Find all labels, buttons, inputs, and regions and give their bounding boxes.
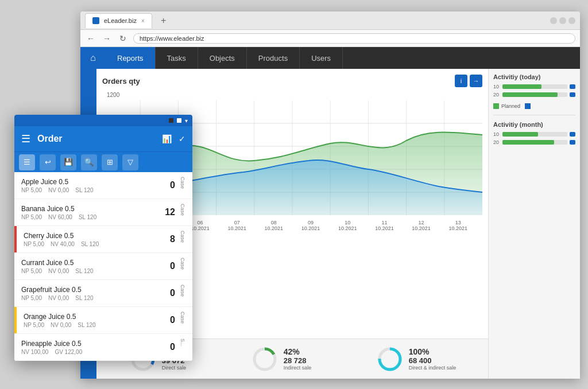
bar-fill-green-m0 xyxy=(502,132,538,137)
x-label-6: 1010.2021 xyxy=(338,220,357,231)
grid-btn[interactable]: ⊞ xyxy=(102,154,118,170)
chart-arrow-btn[interactable]: → xyxy=(470,75,482,87)
x-label-5: 0910.2021 xyxy=(301,220,320,231)
item-unit-2: Case xyxy=(180,231,185,248)
order-item-4[interactable]: Grapefruit Juice 0.5 NP 5,00 NV 0,00 SL … xyxy=(14,280,192,307)
home-btn[interactable]: ⌂ xyxy=(80,47,106,69)
mobile-title: Order xyxy=(37,134,155,144)
panel-divider xyxy=(493,115,575,115)
undo-btn[interactable]: ↩ xyxy=(40,154,56,170)
filter-btn[interactable]: ▽ xyxy=(122,154,138,170)
item-content-2: Cherry Juice 0.5 NP 5,00 NV 40,00 SL 120 xyxy=(21,232,170,247)
tab-title: eLeader.biz xyxy=(104,17,137,24)
activity-month-title: Activitiy (month) xyxy=(493,121,575,128)
tab-close-btn[interactable]: × xyxy=(141,18,145,24)
legend-planned-label: Planned xyxy=(501,103,520,109)
nav-item-products[interactable]: Products xyxy=(247,47,300,69)
item-name-6: Pineapple Juice 0.5 xyxy=(21,340,170,348)
mobile-header: ☰ Order 📊 ✓ xyxy=(14,126,192,151)
item-qty-0: 0 xyxy=(170,180,175,190)
stat-item-1: 42% 28 728 Indirect sale xyxy=(250,345,312,374)
browser-tab[interactable]: eLeader.biz × xyxy=(85,13,152,28)
activity-month-section: Activitiy (month) 10 20 xyxy=(493,121,575,147)
stat-value-2: 68 400 xyxy=(409,356,457,365)
back-btn[interactable]: ← xyxy=(85,34,96,43)
item-details-3: NP 5,00 NV 0,00 SL 120 xyxy=(21,268,170,274)
nav-label-reports: Reports xyxy=(117,54,144,63)
order-item-0[interactable]: Apple Juice 0.5 NP 5,00 NV 0,00 SL 120 0… xyxy=(14,172,192,199)
item-name-0: Apple Juice 0.5 xyxy=(21,178,170,186)
nav-item-users[interactable]: Users xyxy=(300,47,343,69)
stat-value-1: 28 728 xyxy=(284,356,312,365)
nav-label-tasks: Tasks xyxy=(167,54,186,63)
search-btn[interactable]: 🔍 xyxy=(81,154,97,170)
stat-percent-1: 42% xyxy=(284,347,312,356)
mobile-statusbar: ▾ xyxy=(14,115,192,126)
bar-row-today-1: 20 xyxy=(493,92,575,98)
bar-label-2: 20 xyxy=(493,92,500,98)
list-view-btn[interactable]: ☰ xyxy=(19,154,35,170)
order-item-2[interactable]: Cherry Juice 0.5 NP 5,00 NV 40,00 SL 120… xyxy=(14,226,192,253)
right-panel: Activitiy (today) 10 20 xyxy=(488,69,580,379)
item-unit-3: Case xyxy=(180,258,185,275)
nav-label-users: Users xyxy=(311,54,331,63)
bar-blue-indicator-2 xyxy=(570,92,575,97)
activity-today-section: Activitiy (today) 10 20 xyxy=(493,73,575,109)
order-list: Apple Juice 0.5 NP 5,00 NV 0,00 SL 120 0… xyxy=(14,172,192,361)
item-indicator-3 xyxy=(14,253,17,279)
nav-item-tasks[interactable]: Tasks xyxy=(156,47,198,69)
item-details-6: NV 100,00 GV 122,00 xyxy=(21,349,170,355)
new-tab-btn[interactable]: + xyxy=(157,14,171,28)
browser-titlebar: eLeader.biz × + xyxy=(80,11,580,30)
item-indicator-2 xyxy=(14,226,17,252)
item-details-2: NP 5,00 NV 40,00 SL 120 xyxy=(24,241,170,247)
item-content-5: Orange Juice 0.5 NP 5,00 NV 0,00 SL 120 xyxy=(21,313,170,328)
nav-label-objects: Objects xyxy=(210,54,235,63)
home-icon: ⌂ xyxy=(90,53,96,63)
nav-item-reports[interactable]: Reports xyxy=(106,47,156,69)
address-input[interactable] xyxy=(133,33,575,44)
check-icon-btn[interactable]: ✓ xyxy=(179,134,185,143)
chart-header: Orders qty i → xyxy=(102,75,482,87)
x-label-3: 0710.2021 xyxy=(227,220,246,231)
status-triangle: ▾ xyxy=(185,118,188,124)
donut-2 xyxy=(376,345,404,374)
x-label-9: 1310.2021 xyxy=(449,220,468,231)
item-qty-2: 8 xyxy=(170,234,175,244)
bar-fill-green-m1 xyxy=(502,140,554,145)
bar-blue-indicator xyxy=(570,84,575,89)
bar-row-month-1: 20 xyxy=(493,139,575,145)
order-item-1[interactable]: Banana Juice 0.5 NP 5,00 NV 60,00 SL 120… xyxy=(14,199,192,226)
stat-details-1: 42% 28 728 Indirect sale xyxy=(284,347,312,371)
hamburger-menu[interactable]: ☰ xyxy=(21,133,30,145)
mobile-overlay: ▾ ☰ Order 📊 ✓ ☰ ↩ 💾 🔍 ⊞ ▽ Apple Juice 0.… xyxy=(14,115,192,361)
save-btn[interactable]: 💾 xyxy=(60,154,76,170)
chart-icon-btn[interactable]: 📊 xyxy=(162,134,172,143)
maximize-btn[interactable] xyxy=(559,17,566,24)
browser-addressbar: ← → ↻ xyxy=(80,30,580,47)
status-dot-1 xyxy=(169,118,173,123)
chart-info-btn[interactable]: i xyxy=(455,75,467,87)
nav-item-objects[interactable]: Objects xyxy=(198,47,247,69)
bar-track-2 xyxy=(502,92,567,97)
stat-item-2: 100% 68 400 Direct & indirect sale xyxy=(376,345,457,374)
item-qty-4: 0 xyxy=(170,288,175,298)
order-item-3[interactable]: Currant Juice 0.5 NP 5,00 NV 0,00 SL 120… xyxy=(14,253,192,280)
x-label-2: 0610.2021 xyxy=(191,220,210,231)
item-indicator-1 xyxy=(14,199,17,225)
item-name-3: Currant Juice 0.5 xyxy=(21,259,170,267)
item-indicator-0 xyxy=(14,172,17,199)
reload-btn[interactable]: ↻ xyxy=(117,34,129,43)
order-item-6[interactable]: Pineapple Juice 0.5 NV 100,00 GV 122,00 … xyxy=(14,334,192,361)
x-label-8: 1210.2021 xyxy=(412,220,431,231)
order-item-5[interactable]: Orange Juice 0.5 NP 5,00 NV 0,00 SL 120 … xyxy=(14,307,192,334)
forward-btn[interactable]: → xyxy=(101,34,113,43)
item-details-1: NP 5,00 NV 60,00 SL 120 xyxy=(21,214,165,220)
bar-fill-green-2 xyxy=(502,92,558,97)
nav-label-products: Products xyxy=(258,54,288,63)
item-qty-6: 0 xyxy=(170,342,175,352)
item-indicator-4 xyxy=(14,280,17,306)
minimize-btn[interactable] xyxy=(550,17,557,24)
chart-buttons: i → xyxy=(455,75,482,87)
close-btn[interactable] xyxy=(568,17,575,24)
